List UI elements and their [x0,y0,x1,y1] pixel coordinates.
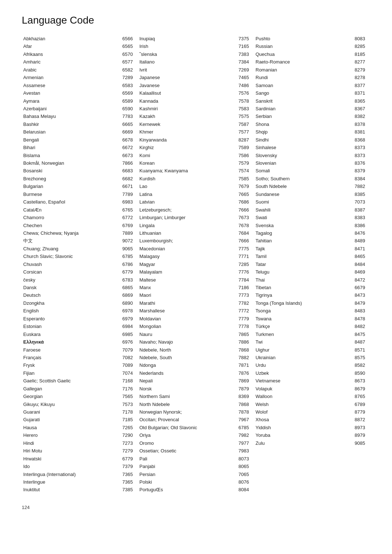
list-item: Kalaallisut7576 [138,89,250,97]
language-name: Corsican [23,268,118,276]
language-code: 7586 [234,152,249,159]
language-code: 7073 [351,198,365,206]
language-name: Abkhazian [23,35,118,42]
language-code: 7783 [118,112,133,120]
column-1: Abkhazian6566Afar6565Afrikaans6570Amhari… [22,35,138,494]
language-code: 7967 [234,416,249,423]
list-item: Uighur8571 [254,346,367,354]
list-item: Bislama6673 [22,152,134,159]
list-item: česky6783 [22,276,134,284]
list-item: Church Slavic; Slavonic6785 [22,253,134,260]
language-name: Castellano, Español [23,198,118,206]
language-code: 8369 [234,393,249,400]
language-name: Interlingue [23,478,118,486]
language-name: Romanian [256,66,351,74]
list-item: Tatar8484 [254,260,367,268]
language-name: Japanese [139,74,234,81]
list-item: Thai8472 [254,276,367,284]
list-item: Luxembourgish;7666 [138,237,250,245]
language-name: Inupiaq [139,35,234,42]
language-code: 7379 [118,463,133,470]
list-item: Yoruba8979 [254,431,367,439]
list-item: Tagalog8476 [254,229,367,237]
list-item: Français7082 [22,354,134,361]
list-item: Kinyarwanda8287 [138,136,250,144]
list-item: Maori7773 [138,291,250,299]
language-name: Tibetan [256,284,351,291]
language-name: Oromo [139,439,234,447]
list-item: Bulgarian6671 [22,182,134,190]
language-code: 6566 [118,35,133,42]
language-name: Azerbaijani [23,105,118,112]
language-name: Thai [256,276,351,284]
language-code: 7578 [234,97,249,105]
language-name: Limburgan; Limburger [139,214,234,221]
list-item: North Ndebele7868 [138,401,250,408]
language-name: Sango [256,89,351,97]
language-name: Burmese [23,190,118,198]
list-item: Navaho; Navajo7886 [138,338,250,346]
list-item: Uzbek8590 [254,369,367,377]
language-name: Swati [256,214,351,221]
language-code: 6890 [118,299,133,307]
list-item: Avestan6569 [22,89,134,97]
list-item: Swahili8387 [254,206,367,214]
language-name: Deutsch [23,291,118,299]
language-code: 8065 [234,463,249,470]
language-code: 7385 [118,486,133,493]
language-code: 6769 [118,222,133,229]
list-item: CatalÆn6765 [22,206,134,214]
list-item: Sanskrit8365 [254,97,367,105]
language-name: Luxembourgish; [139,237,234,245]
language-code: 7882 [351,182,365,190]
list-item: Ossetian; Ossetic7983 [138,447,250,455]
language-code: 6678 [118,136,133,144]
language-name: Slovenian [256,159,351,167]
language-name: Vietnamese [256,377,351,385]
language-code: 8384 [351,175,365,182]
list-item: Volapuk8679 [254,385,367,393]
list-item: Gallegan7176 [22,385,134,393]
language-name: Maltese [139,276,234,284]
language-name: Malayalam [139,268,234,276]
language-code: 8575 [351,354,365,361]
list-item: Sango8371 [254,89,367,97]
language-code: 8073 [234,455,249,463]
language-name: Belarusian [23,128,118,136]
language-name: Arabic [23,66,118,74]
list-item: Inuktitut7385 [22,486,134,493]
list-item: Oriya7982 [138,431,250,439]
list-item: Old Bulgarian; Old Slavonic6785 [138,424,250,431]
list-item: Romanian8279 [254,66,367,74]
language-name: Tsonga [256,307,351,315]
list-item: Japanese7465 [138,74,250,81]
language-code: 7882 [234,354,249,361]
language-code: 7865 [234,331,249,338]
language-code: 7185 [118,416,133,423]
list-item: Tonga (Tonga Islands)8479 [254,299,367,307]
list-item: Tswana8478 [254,315,367,323]
language-name: Wolof [256,408,351,416]
language-code: 7784 [234,276,249,284]
language-code: 8483 [351,307,365,315]
list-item: Moldavian7779 [138,315,250,323]
language-name: Ossetian; Ossetic [139,447,234,455]
language-name: Volapuk [256,385,351,393]
list-item: Chamorro6772 [22,214,134,221]
language-name: Chuang; Zhuang [23,245,118,253]
language-code: 7575 [234,112,249,120]
language-code: 6783 [118,276,133,284]
language-name: Sotho; Southern [256,175,351,182]
language-name: Ukrainian [256,354,351,361]
language-code: 7789 [118,190,133,198]
language-code: 8487 [351,338,365,346]
language-code: 7365 [118,478,133,486]
language-code: 8979 [351,431,365,439]
language-code: 8673 [351,377,365,385]
list-item: Chuang; Zhuang9065 [22,245,134,253]
language-name: Tatar [256,260,351,268]
list-item: Hausa7265 [22,424,134,431]
language-code: 8185 [351,50,365,58]
list-item: Interlingue7365 [22,478,134,486]
language-name: Nepali [139,377,234,385]
